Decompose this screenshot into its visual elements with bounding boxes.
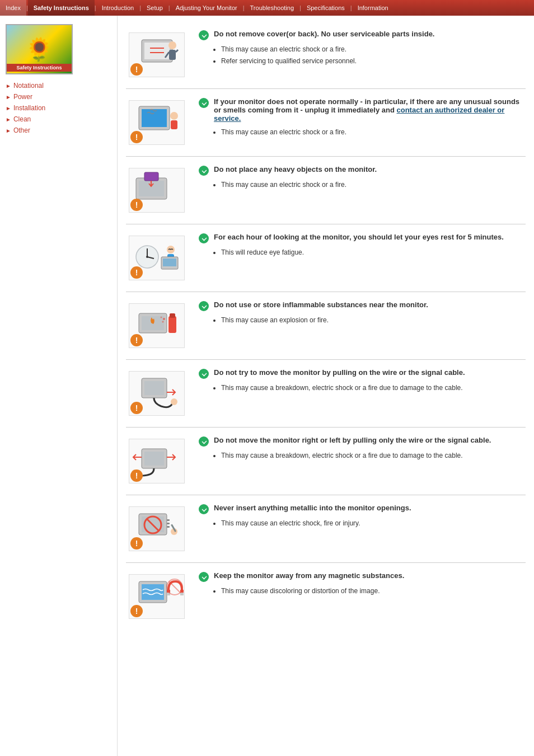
svg-rect-22 bbox=[163, 259, 176, 266]
arrow-icon-clean: ► bbox=[6, 116, 11, 123]
svg-rect-31 bbox=[144, 381, 164, 395]
safety-green-icon-9 bbox=[199, 572, 209, 582]
bullet-7-1: This may cause a breakdown, electric sho… bbox=[221, 450, 526, 461]
safety-image-1: ! bbox=[126, 30, 188, 80]
illustration-8: ! bbox=[129, 506, 185, 551]
safety-green-icon-6 bbox=[199, 369, 209, 379]
safety-bullets-3: This may cause an electric shock or a fi… bbox=[211, 180, 526, 190]
safety-heading-text-3: Do not place any heavy objects on the mo… bbox=[214, 165, 377, 173]
safety-heading-8: Never insert anything metallic into the … bbox=[199, 504, 526, 514]
safety-text-8: Never insert anything metallic into the … bbox=[199, 504, 526, 530]
nav-specifications[interactable]: Specifications bbox=[301, 0, 350, 16]
svg-rect-14 bbox=[144, 172, 158, 181]
svg-rect-25 bbox=[168, 316, 176, 333]
nav-index[interactable]: Index bbox=[0, 0, 26, 16]
sidebar-item-installation[interactable]: ► Installation bbox=[0, 102, 117, 114]
svg-rect-11 bbox=[171, 120, 177, 129]
illustration-5: ! bbox=[129, 303, 185, 348]
bullet-1-2: Refer servicing to qualified service per… bbox=[221, 56, 526, 66]
svg-point-28 bbox=[160, 316, 162, 318]
safety-heading-1: Do not remove cover(or back). No user se… bbox=[199, 30, 526, 40]
safety-image-2: ! bbox=[126, 97, 188, 148]
safety-heading-text-2: If your monitor does not operate normall… bbox=[214, 97, 526, 123]
safety-green-icon-3 bbox=[199, 166, 209, 176]
sidebar-navigation: ► Notational ► Power ► Installation ► Cl… bbox=[0, 80, 117, 136]
safety-bullets-7: This may cause a breakdown, electric sho… bbox=[211, 450, 526, 461]
svg-point-29 bbox=[162, 321, 163, 322]
safety-heading-text-9: Keep the monitor away from any magnetic … bbox=[214, 571, 404, 580]
bullet-1-1: This may cause an electric shock or a fi… bbox=[221, 44, 526, 54]
nav-safety[interactable]: Safety Instructions bbox=[28, 0, 95, 16]
svg-point-32 bbox=[171, 398, 177, 405]
svg-rect-40 bbox=[167, 526, 170, 528]
svg-rect-34 bbox=[144, 452, 164, 466]
warning-icon-4: ! bbox=[130, 266, 143, 279]
bullet-2-1: This may cause an electric shock or a fi… bbox=[221, 127, 526, 137]
safety-bullets-2: This may cause an electric shock or a fi… bbox=[211, 127, 526, 137]
safety-green-icon-4 bbox=[199, 233, 209, 243]
nav-information[interactable]: Information bbox=[352, 0, 394, 16]
logo-flower: 🌻 bbox=[25, 36, 53, 63]
sidebar-logo-text: Safety Instructions bbox=[7, 64, 72, 72]
safety-heading-2: If your monitor does not operate normall… bbox=[199, 97, 526, 123]
svg-rect-46 bbox=[142, 584, 164, 600]
arrow-icon-other: ► bbox=[6, 128, 11, 134]
safety-bullets-9: This may cause discoloring or distortion… bbox=[211, 586, 526, 596]
nav-troubleshooting[interactable]: Troubleshooting bbox=[245, 0, 299, 16]
safety-item-8: ! Never insert anything metallic into th… bbox=[126, 495, 526, 563]
safety-image-6: ! bbox=[126, 368, 188, 419]
svg-rect-39 bbox=[167, 523, 170, 524]
safety-bullets-4: This will reduce eye fatigue. bbox=[211, 247, 526, 257]
nav-setup[interactable]: Setup bbox=[141, 0, 168, 16]
safety-item-9: ! Keep the monitor away from any magneti… bbox=[126, 563, 526, 630]
safety-item-1: ! Do not remove cover(or back). No user … bbox=[126, 21, 526, 89]
nav-adjusting[interactable]: Adjusting Your Monitor bbox=[170, 0, 243, 16]
illustration-4: ! bbox=[129, 236, 185, 280]
warning-icon-5: ! bbox=[130, 334, 143, 346]
illustration-3: ! bbox=[129, 168, 185, 213]
sidebar-item-other[interactable]: ► Other bbox=[0, 125, 117, 136]
safety-item-6: ! Do not try to move the monitor by pull… bbox=[126, 360, 526, 428]
main-layout: 🌻 Safety Instructions ► Notational ► Pow… bbox=[0, 16, 534, 756]
safety-item-5: ! Do not use or store inflammable substa… bbox=[126, 292, 526, 360]
bullet-9-1: This may cause discoloring or distortion… bbox=[221, 586, 526, 596]
nav-intro[interactable]: Introduction bbox=[96, 0, 139, 16]
safety-bullets-8: This may cause an electric shock, fire o… bbox=[211, 518, 526, 528]
sidebar-logo: 🌻 Safety Instructions bbox=[6, 24, 73, 74]
sidebar-label-other: Other bbox=[13, 126, 30, 134]
safety-image-5: ! bbox=[126, 300, 188, 351]
sidebar-label-power: Power bbox=[13, 93, 32, 101]
safety-image-4: ! bbox=[126, 233, 188, 283]
safety-green-icon-8 bbox=[199, 504, 209, 514]
bullet-5-1: This may cause an explosion or fire. bbox=[221, 315, 526, 325]
svg-point-18 bbox=[146, 256, 148, 258]
safety-text-2: If your monitor does not operate normall… bbox=[199, 97, 526, 139]
safety-bullets-6: This may cause a breakdown, electric sho… bbox=[211, 383, 526, 393]
sidebar-label-notational: Notational bbox=[13, 82, 44, 90]
safety-text-4: For each hour of looking at the monitor,… bbox=[199, 233, 526, 259]
safety-heading-6: Do not try to move the monitor by pullin… bbox=[199, 368, 526, 378]
sidebar-item-notational[interactable]: ► Notational bbox=[0, 80, 117, 91]
bullet-3-1: This may cause an electric shock or a fi… bbox=[221, 180, 526, 190]
safety-heading-text-8: Never insert anything metallic into the … bbox=[214, 504, 411, 512]
warning-icon-1: ! bbox=[130, 63, 143, 76]
sidebar: 🌻 Safety Instructions ► Notational ► Pow… bbox=[0, 16, 118, 756]
safety-green-icon-2 bbox=[199, 98, 209, 108]
sidebar-item-clean[interactable]: ► Clean bbox=[0, 114, 117, 125]
illustration-9: ! bbox=[129, 574, 185, 619]
illustration-7: ! bbox=[129, 439, 185, 483]
warning-icon-6: ! bbox=[130, 402, 143, 414]
safety-heading-text-6: Do not try to move the monitor by pullin… bbox=[214, 368, 465, 377]
illustration-2: ! bbox=[129, 100, 185, 145]
warning-icon-9: ! bbox=[130, 605, 143, 617]
bullet-6-1: This may cause a breakdown, electric sho… bbox=[221, 383, 526, 393]
svg-point-10 bbox=[170, 112, 178, 120]
safety-heading-text-1: Do not remove cover(or back). No user se… bbox=[214, 30, 434, 38]
svg-point-27 bbox=[163, 318, 165, 320]
safety-bullets-5: This may cause an explosion or fire. bbox=[211, 315, 526, 325]
sidebar-item-power[interactable]: ► Power bbox=[0, 91, 117, 102]
safety-text-3: Do not place any heavy objects on the mo… bbox=[199, 165, 526, 191]
safety-green-icon-1 bbox=[199, 30, 209, 40]
safety-heading-4: For each hour of looking at the monitor,… bbox=[199, 233, 526, 243]
svg-rect-38 bbox=[167, 519, 170, 521]
